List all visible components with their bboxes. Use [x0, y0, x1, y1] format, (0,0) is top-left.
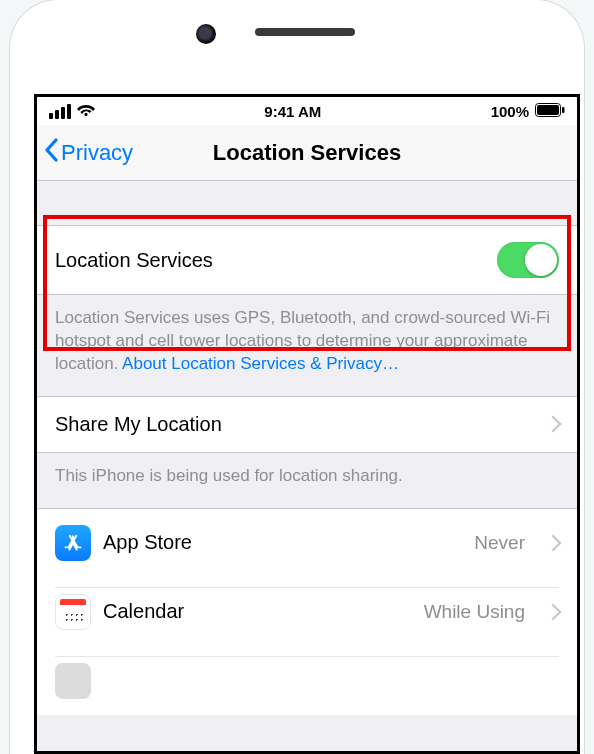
app-status: Never [474, 532, 525, 554]
status-time: 9:41 AM [264, 103, 321, 120]
chevron-left-icon [43, 138, 59, 168]
speaker-grille [255, 28, 355, 36]
chevron-right-icon [545, 603, 562, 620]
app-list: App Store Never Calendar While Using [37, 508, 577, 715]
camera-dot [196, 24, 216, 44]
battery-percent: 100% [491, 103, 529, 120]
placeholder-icon [55, 663, 91, 699]
svg-rect-1 [537, 105, 559, 115]
app-status: While Using [424, 601, 525, 623]
cell-signal-icon [49, 104, 71, 119]
share-my-location-row[interactable]: Share My Location [37, 396, 577, 453]
app-row-calendar[interactable]: Calendar While Using [37, 577, 577, 646]
status-bar: 9:41 AM 100% [37, 97, 577, 125]
back-label: Privacy [61, 140, 133, 166]
app-name: Calendar [103, 600, 412, 623]
location-services-label: Location Services [55, 249, 213, 272]
nav-bar: Privacy Location Services [37, 125, 577, 181]
share-footer: This iPhone is being used for location s… [37, 453, 577, 508]
location-services-explainer: Location Services uses GPS, Bluetooth, a… [37, 295, 577, 396]
share-my-location-label: Share My Location [55, 413, 222, 436]
calendar-icon [55, 594, 91, 630]
chevron-right-icon [545, 534, 562, 551]
phone-frame: 9:41 AM 100% Privacy Location Services L… [10, 0, 584, 754]
app-store-icon [55, 525, 91, 561]
wifi-icon [77, 103, 95, 120]
location-services-row: Location Services [37, 225, 577, 295]
battery-icon [535, 103, 565, 120]
about-link[interactable]: About Location Services & Privacy… [122, 354, 399, 373]
app-row-app-store[interactable]: App Store Never [37, 509, 577, 577]
screen: 9:41 AM 100% Privacy Location Services L… [34, 94, 580, 754]
chevron-right-icon [545, 416, 562, 433]
app-name: App Store [103, 531, 462, 554]
app-row-placeholder [37, 646, 577, 715]
back-button[interactable]: Privacy [37, 138, 133, 168]
location-services-toggle[interactable] [497, 242, 559, 278]
svg-rect-2 [562, 107, 565, 113]
